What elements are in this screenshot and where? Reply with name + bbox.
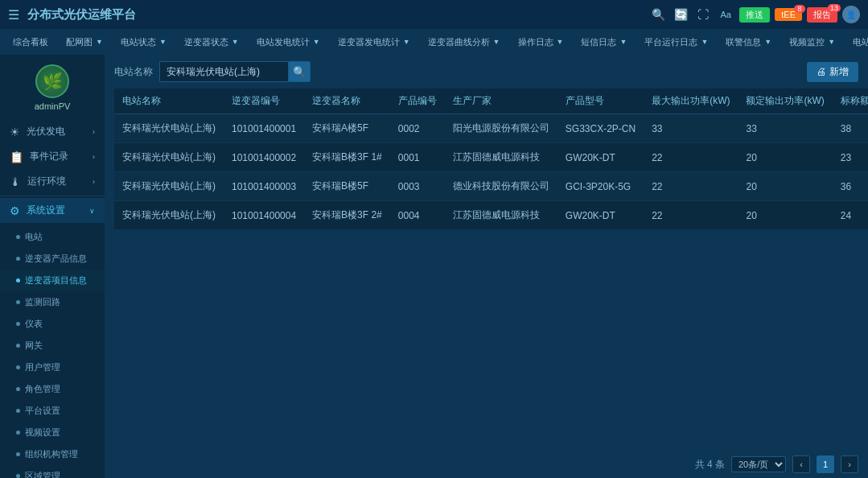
cell-max-power: 22 [644, 143, 738, 172]
sidebar-sub-item-region-mgmt[interactable]: 区域管理 [0, 465, 105, 478]
sidebar-item-events[interactable]: 📋 事件记录 › [0, 144, 105, 169]
chevron-icon: ▼ [619, 38, 627, 46]
station-name-input[interactable] [159, 61, 288, 82]
add-btn[interactable]: 🖨 新增 [807, 62, 858, 82]
header-actions: 🔍 🔄 ⛶ Aa 推送 tEE 8 报告 13 👤 [649, 6, 860, 23]
tab-综合看板[interactable]: 综合看板 [5, 33, 56, 52]
user-avatar[interactable]: 👤 [842, 6, 860, 23]
sidebar-sub-item-role-mgmt[interactable]: 角色管理 [0, 378, 105, 400]
filter-bar: 电站名称 🔍 🖨 新增 [105, 55, 868, 89]
table-row: 安科瑞光伏电站(上海) 101001400003 安科瑞B楼5F 0003 德业… [114, 172, 868, 201]
sidebar-sub-item-platform-settings[interactable]: 平台设置 [0, 400, 105, 422]
sidebar-sub-item-monitor-loop[interactable]: 监测回路 [0, 291, 105, 313]
pagination-next-btn[interactable]: › [841, 455, 858, 473]
sidebar-sub-item-meter[interactable]: 仪表 [0, 313, 105, 335]
refresh-icon-btn[interactable]: 🔄 [672, 6, 689, 23]
cell-nominal-power: 23 [833, 143, 868, 172]
fullscreen-icon-btn[interactable]: ⛶ [694, 6, 712, 23]
tab-电站状态[interactable]: 电站状态▼ [113, 33, 175, 52]
col-manufacturer: 生产厂家 [445, 89, 557, 114]
search-icon-btn[interactable]: 🔍 [649, 6, 667, 23]
push-btn[interactable]: 推送 [739, 7, 770, 23]
table-row: 安科瑞光伏电站(上海) 101001400002 安科瑞B楼3F 1# 0001… [114, 143, 868, 172]
table-container: 电站名称 逆变器编号 逆变器名称 产品编号 生产厂家 产品型号 最大输出功率(k… [105, 89, 868, 451]
dot-icon [16, 344, 20, 348]
sidebar-sub-item-org-mgmt[interactable]: 组织机构管理 [0, 443, 105, 465]
sidebar-item-photovoltaic[interactable]: ☀ 光伏发电 › [0, 119, 105, 144]
col-model: 产品型号 [557, 89, 644, 114]
tab-逆变器发电统计[interactable]: 逆变器发电统计▼ [330, 33, 418, 52]
pagination-per-page-select[interactable]: 10条/页 20条/页 50条/页 [731, 456, 786, 472]
tab-配网图[interactable]: 配网图▼ [58, 33, 111, 52]
chevron-icon: ▼ [764, 38, 771, 46]
chevron-icon: ▼ [313, 38, 320, 46]
tee-badge: 8 [794, 5, 805, 13]
dot-icon [16, 431, 20, 435]
pagination-page-1-btn[interactable]: 1 [817, 455, 834, 473]
tab-逆变器曲线分析[interactable]: 逆变器曲线分析▼ [420, 33, 508, 52]
sidebar: 🌿 adminPV ☀ 光伏发电 › 📋 事件记录 › 🌡 运行环境 › [0, 55, 105, 478]
cell-rated-power: 20 [738, 172, 832, 201]
cell-rated-power: 20 [738, 143, 832, 172]
tab-平台运行日志[interactable]: 平台运行日志▼ [636, 33, 716, 52]
chevron-icon: ▼ [159, 38, 167, 46]
sidebar-sub-item-inverter-project[interactable]: 逆变器项目信息 [0, 270, 105, 291]
cell-manufacturer: 德业科技股份有限公司 [445, 172, 557, 201]
sidebar-item-label: 运行环境 [27, 175, 66, 188]
nav-tabs-bar: 综合看板 配网图▼ 电站状态▼ 逆变器状态▼ 电站发电统计▼ 逆变器发电统计▼ … [0, 29, 868, 55]
cell-inverter-name: 安科瑞B楼3F 2# [304, 201, 390, 230]
cell-nominal-power: 36 [833, 172, 868, 201]
table-header-row: 电站名称 逆变器编号 逆变器名称 产品编号 生产厂家 产品型号 最大输出功率(k… [114, 89, 868, 114]
app-container: ☰ 分布式光伏运维平台 🔍 🔄 ⛶ Aa 推送 tEE 8 报告 13 👤 综合… [0, 0, 868, 478]
tee-btn[interactable]: tEE 8 [775, 8, 802, 21]
cell-inverter-name: 安科瑞A楼5F [304, 114, 390, 143]
tab-短信日志[interactable]: 短信日志▼ [573, 33, 635, 52]
cell-max-power: 22 [644, 172, 738, 201]
cell-nominal-power: 38 [833, 114, 868, 143]
tab-联警信息[interactable]: 联警信息▼ [718, 33, 780, 52]
report-btn[interactable]: 报告 13 [807, 7, 837, 23]
admin-name: adminPV [35, 101, 71, 111]
tab-操作日志[interactable]: 操作日志▼ [510, 33, 572, 52]
sidebar-item-label: 事件记录 [30, 150, 68, 163]
pagination-total: 共 4 条 [695, 458, 725, 472]
sidebar-item-settings[interactable]: ⚙ 系统设置 ∨ [0, 198, 105, 223]
table-row: 安科瑞光伏电站(上海) 101001400001 安科瑞A楼5F 0002 阳光… [114, 114, 868, 143]
tab-逆变器状态[interactable]: 逆变器状态▼ [176, 33, 247, 52]
sidebar-sub-item-station[interactable]: 电站 [0, 226, 105, 248]
top-header: ☰ 分布式光伏运维平台 🔍 🔄 ⛶ Aa 推送 tEE 8 报告 13 👤 [0, 0, 868, 29]
filter-input-wrap: 🔍 [159, 61, 311, 82]
cell-product-no: 0001 [390, 143, 445, 172]
sidebar-divider [0, 196, 105, 196]
sidebar-sub-section: 电站 逆变器产品信息 逆变器项目信息 监测回路 仪表 [0, 225, 105, 478]
sidebar-sub-item-user-mgmt[interactable]: 用户管理 [0, 356, 105, 378]
chevron-icon: ▼ [828, 38, 835, 46]
dot-icon [16, 452, 20, 456]
tab-电站[interactable]: 电站▼ [845, 33, 868, 52]
cell-inverter-name: 安科瑞B楼3F 1# [304, 143, 390, 172]
font-icon-btn[interactable]: Aa [717, 6, 734, 23]
dot-icon [16, 409, 20, 413]
sidebar-sub-item-video-settings[interactable]: 视频设置 [0, 422, 105, 443]
cell-manufacturer: 江苏固德威电源科技 [445, 201, 557, 230]
col-nominal-power: 标称额定功率(kWp) [833, 89, 868, 114]
tab-视频监控[interactable]: 视频监控▼ [781, 33, 843, 52]
sidebar-item-environment[interactable]: 🌡 运行环境 › [0, 169, 105, 194]
cell-manufacturer: 阳光电源股份有限公司 [445, 114, 557, 143]
chevron-right-icon: › [93, 128, 95, 136]
main-area: 🌿 adminPV ☀ 光伏发电 › 📋 事件记录 › 🌡 运行环境 › [0, 55, 868, 478]
dot-icon [16, 322, 20, 326]
table-row: 安科瑞光伏电站(上海) 101001400004 安科瑞B楼3F 2# 0004… [114, 201, 868, 230]
pagination-prev-btn[interactable]: ‹ [792, 455, 810, 473]
sidebar-section-main: ☀ 光伏发电 › 📋 事件记录 › 🌡 运行环境 › ⚙ 系统设置 [0, 117, 105, 225]
sidebar-sub-item-inverter-product[interactable]: 逆变器产品信息 [0, 248, 105, 270]
dot-icon [16, 365, 20, 369]
sidebar-sub-item-gateway[interactable]: 网关 [0, 335, 105, 356]
chevron-icon: ▼ [493, 38, 500, 46]
filter-search-btn[interactable]: 🔍 [288, 61, 311, 82]
menu-icon[interactable]: ☰ [8, 7, 19, 23]
sidebar-logo: 🌿 adminPV [0, 55, 105, 117]
chevron-icon: ▼ [701, 38, 708, 46]
tab-电站发电统计[interactable]: 电站发电统计▼ [249, 33, 328, 52]
cell-model: GW20K-DT [557, 201, 644, 230]
